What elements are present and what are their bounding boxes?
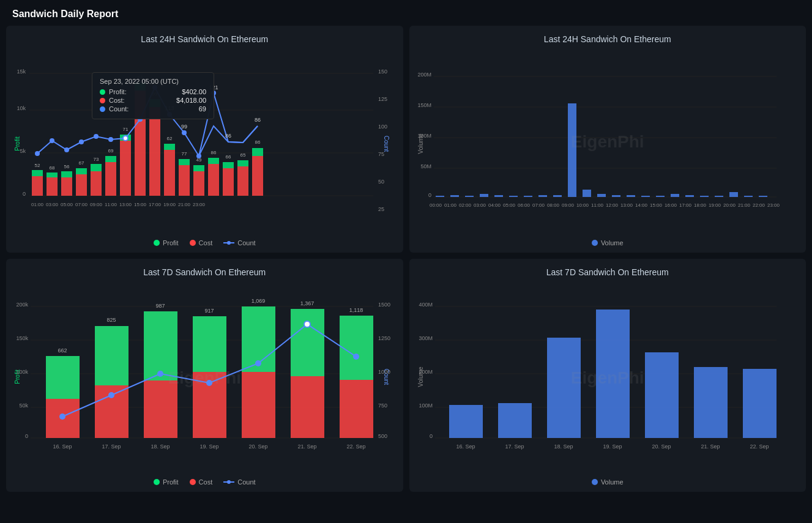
svg-text:17:00: 17:00 <box>679 202 691 208</box>
svg-text:56: 56 <box>64 164 70 169</box>
svg-text:86: 86 <box>255 117 261 123</box>
7d-profit-21 <box>291 309 324 376</box>
svg-text:18:00: 18:00 <box>693 202 706 208</box>
vol-bar-00 <box>436 196 444 197</box>
svg-text:15k: 15k <box>17 69 26 75</box>
legend-profit: Profit <box>154 239 179 247</box>
vol-7d-21 <box>694 367 728 438</box>
bar-cost-21b <box>223 168 234 196</box>
bar-cost-05 <box>61 177 72 196</box>
vol-7d-18 <box>547 338 581 438</box>
legend-count-label: Count <box>237 239 255 247</box>
chart2-legend: Volume <box>415 239 800 247</box>
bar-profit-21 <box>208 158 219 164</box>
svg-text:21. Sep: 21. Sep <box>297 443 316 450</box>
svg-text:23:00: 23:00 <box>767 202 780 208</box>
svg-text:05:00: 05:00 <box>61 202 73 207</box>
svg-text:0: 0 <box>25 433 28 439</box>
vol-bar-18 <box>700 196 709 197</box>
svg-text:133: 133 <box>150 80 159 86</box>
svg-text:07:00: 07:00 <box>532 202 545 208</box>
bar-cost-03 <box>47 177 58 196</box>
svg-text:19. Sep: 19. Sep <box>199 443 218 450</box>
count-dot-7d-19 <box>206 380 212 386</box>
svg-text:25: 25 <box>378 206 384 212</box>
svg-text:11:00: 11:00 <box>105 202 117 207</box>
svg-text:100: 100 <box>378 124 387 130</box>
page-title: Sandwich Daily Report <box>0 0 812 26</box>
svg-text:987: 987 <box>155 303 165 309</box>
svg-text:03:00: 03:00 <box>473 202 486 208</box>
vol-7d-20 <box>645 352 679 438</box>
vol-bar-22 <box>759 196 767 197</box>
svg-text:19:00: 19:00 <box>163 202 176 207</box>
7d-profit-19 <box>193 316 226 372</box>
vol-bar-20 <box>729 192 738 197</box>
svg-text:1000: 1000 <box>378 369 390 375</box>
bar-cost-23 <box>237 166 248 196</box>
count-dot-7d-22 <box>353 354 359 360</box>
svg-text:19. Sep: 19. Sep <box>603 443 622 450</box>
vol-bar-21 <box>744 196 753 197</box>
chart2-title: Last 24H Sandwich On Ethereum <box>415 34 800 44</box>
bar-cost-11 <box>105 162 116 196</box>
legend-cost-label: Cost <box>199 239 213 247</box>
svg-text:16:00: 16:00 <box>664 202 677 208</box>
count-dot-07 <box>79 139 84 144</box>
svg-text:04:00: 04:00 <box>488 202 501 208</box>
svg-text:16. Sep: 16. Sep <box>456 443 475 450</box>
chart4-legend: Volume <box>415 478 800 486</box>
vol-bar-04 <box>494 195 503 197</box>
svg-text:52: 52 <box>35 163 40 168</box>
count-dot-11 <box>108 137 113 142</box>
svg-text:73: 73 <box>94 157 99 162</box>
vol-bar-16 <box>671 194 679 197</box>
svg-text:07:00: 07:00 <box>75 202 88 207</box>
vol-bar-15 <box>656 196 665 197</box>
svg-text:15:00: 15:00 <box>134 202 147 207</box>
svg-text:94: 94 <box>138 75 143 80</box>
svg-text:100M: 100M <box>417 133 431 139</box>
svg-text:22:00: 22:00 <box>752 202 765 208</box>
svg-text:22. Sep: 22. Sep <box>346 443 365 450</box>
chart4-title: Last 7D Sandwich On Ethereum <box>415 267 800 277</box>
count-dot-133 <box>152 85 157 90</box>
svg-text:100M: 100M <box>419 402 433 409</box>
count-dot-01 <box>35 151 40 156</box>
legend-volume: Volume <box>592 239 624 247</box>
count-dot-17 <box>182 130 187 135</box>
svg-text:1250: 1250 <box>378 335 390 341</box>
svg-text:50: 50 <box>378 179 384 185</box>
bar-profit-13 <box>135 83 146 91</box>
legend-volume-label: Volume <box>601 239 624 247</box>
bar-cost-13 <box>135 91 146 196</box>
vol-bar-14 <box>641 196 650 197</box>
chart2-svg: Volume 200M 150M 100M 50M 0 <box>415 49 795 232</box>
legend3-count-label: Count <box>237 478 255 486</box>
count-line-2 <box>199 93 258 156</box>
legend-profit-dot <box>154 240 160 246</box>
7d-profit-18 <box>144 311 177 380</box>
svg-text:23:00: 23:00 <box>193 202 206 207</box>
svg-text:125: 125 <box>378 96 387 102</box>
bar-cost-09 <box>91 171 102 196</box>
vol-bar-07 <box>538 195 547 197</box>
bar-profit-21b <box>223 162 234 168</box>
bar-cost-15 <box>164 150 175 196</box>
legend4-volume-label: Volume <box>601 478 624 486</box>
vol-bar-08 <box>553 195 562 197</box>
chart3-legend: Profit Cost Count <box>12 478 397 486</box>
svg-text:121: 121 <box>209 84 218 91</box>
svg-text:05:00: 05:00 <box>502 202 515 208</box>
svg-text:113: 113 <box>165 105 174 111</box>
svg-text:17. Sep: 17. Sep <box>505 443 524 450</box>
bar-cost-21 <box>208 164 219 196</box>
svg-text:09:00: 09:00 <box>90 202 103 207</box>
bar-profit-03 <box>47 172 58 177</box>
bar-cost-01 <box>32 176 43 196</box>
svg-text:0: 0 <box>23 191 26 197</box>
bar-profit-15 <box>164 144 175 150</box>
vol-bar-01 <box>450 195 459 197</box>
svg-text:1500: 1500 <box>378 302 390 308</box>
count-dot-7d-21 <box>304 321 310 327</box>
